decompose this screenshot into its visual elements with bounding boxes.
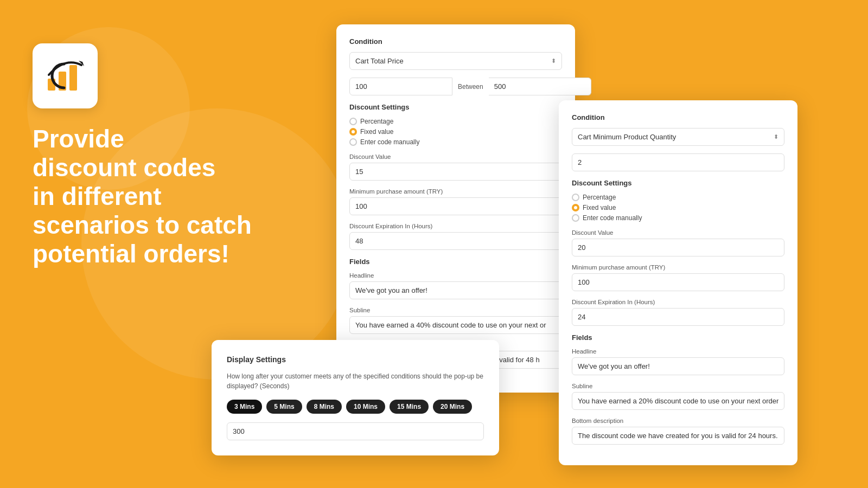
range-min-input-back[interactable] xyxy=(349,78,452,95)
dropdown-arrow-back: ⬍ xyxy=(551,57,556,65)
expiration-group-front: Discount Expiration In (Hours) xyxy=(572,299,784,326)
headline-group-front: Headline xyxy=(572,348,784,375)
discount-value-label-front: Discount Value xyxy=(572,229,784,236)
condition-select-group-front: Cart Minimum Product Quantity ⬍ xyxy=(572,128,784,146)
headline-group-back: Headline xyxy=(349,272,562,299)
subline-group-front: Subline xyxy=(572,383,784,410)
condition-dropdown-back[interactable]: Cart Total Price ⬍ xyxy=(349,52,562,70)
subline-form-label-back: Subline xyxy=(349,307,562,313)
time-btn-3min[interactable]: 3 Mins xyxy=(227,400,262,414)
min-purchase-group-front: Minimum purchase amount (TRY) xyxy=(572,264,784,291)
time-btn-20min[interactable]: 20 Mins xyxy=(433,400,472,414)
time-btn-8min[interactable]: 8 Mins xyxy=(307,400,342,414)
radio-fixed-front[interactable]: Fixed value xyxy=(572,204,784,211)
card-display-settings: Display Settings How long after your cus… xyxy=(212,340,499,455)
seconds-input[interactable] xyxy=(227,422,484,440)
radio-manual-circle-front xyxy=(572,214,579,222)
radio-percentage-label-front: Percentage xyxy=(583,194,616,201)
headline-line1: Provide xyxy=(33,125,124,153)
radio-percentage-label-back: Percentage xyxy=(360,118,393,125)
range-group-back: Between xyxy=(349,78,562,95)
radio-fixed-circle-front xyxy=(572,204,579,211)
radio-manual-front[interactable]: Enter code manually xyxy=(572,214,784,222)
subline-input-back[interactable] xyxy=(349,316,562,334)
expiration-label-back: Discount Expiration In (Hours) xyxy=(349,223,562,229)
expiration-input-back[interactable] xyxy=(349,232,562,250)
condition-value-input-front[interactable] xyxy=(572,153,784,171)
headline: Provide discount codes in different scen… xyxy=(33,125,252,268)
expiration-input-front[interactable] xyxy=(572,308,784,326)
condition-select-group-back: Cart Total Price ⬍ xyxy=(349,52,562,70)
min-purchase-label-back: Minimum purchase amount (TRY) xyxy=(349,188,562,195)
time-btn-5min[interactable]: 5 Mins xyxy=(266,400,302,414)
radio-manual-circle-back xyxy=(349,138,357,146)
fields-label-front: Fields xyxy=(572,333,784,342)
radio-manual-label-back: Enter code manually xyxy=(360,138,419,146)
bottom-desc-form-label-front: Bottom description xyxy=(572,418,784,424)
display-settings-desc: How long after your customer meets any o… xyxy=(227,371,484,391)
expiration-label-front: Discount Expiration In (Hours) xyxy=(572,299,784,305)
min-purchase-input-back[interactable] xyxy=(349,197,562,215)
range-row-back: Between xyxy=(349,78,562,95)
condition-value-group-front xyxy=(572,153,784,171)
expiration-group-back: Discount Expiration In (Hours) xyxy=(349,223,562,250)
time-btn-10min[interactable]: 10 Mins xyxy=(346,400,385,414)
left-section: Provide discount codes in different scen… xyxy=(33,43,252,268)
headline-line4: scenarios to catch xyxy=(33,211,252,239)
radio-fixed-label-back: Fixed value xyxy=(360,128,393,136)
headline-line2: discount codes xyxy=(33,153,215,182)
discount-value-group-back: Discount Value xyxy=(349,153,562,181)
radio-percentage-circle-front xyxy=(572,194,579,201)
display-settings-title: Display Settings xyxy=(227,355,484,364)
discount-radio-group-back: Percentage Fixed value Enter code manual… xyxy=(349,118,562,146)
condition-select-value-back: Cart Total Price xyxy=(355,57,404,65)
headline-line3: in different xyxy=(33,182,162,210)
between-label-back: Between xyxy=(452,83,489,91)
radio-manual-back[interactable]: Enter code manually xyxy=(349,138,562,146)
condition-select-value-front: Cart Minimum Product Quantity xyxy=(578,133,676,141)
logo-box xyxy=(33,43,98,108)
radio-percentage-front[interactable]: Percentage xyxy=(572,194,784,201)
subline-form-label-front: Subline xyxy=(572,383,784,389)
discount-value-group-front: Discount Value xyxy=(572,229,784,256)
headline-input-back[interactable] xyxy=(349,281,562,299)
discount-settings-label-back: Discount Settings xyxy=(349,103,562,111)
discount-radio-group-front: Percentage Fixed value Enter code manual… xyxy=(572,194,784,222)
headline-form-label-back: Headline xyxy=(349,272,562,279)
discount-settings-label-front: Discount Settings xyxy=(572,179,784,187)
headline-input-front[interactable] xyxy=(572,357,784,375)
range-max-input-back[interactable] xyxy=(489,78,591,95)
radio-fixed-circle-back xyxy=(349,128,357,136)
condition-dropdown-front[interactable]: Cart Minimum Product Quantity ⬍ xyxy=(572,128,784,146)
time-buttons-group: 3 Mins 5 Mins 8 Mins 10 Mins 15 Mins 20 … xyxy=(227,400,484,414)
bottom-desc-group-front: Bottom description xyxy=(572,418,784,445)
logo-icon xyxy=(43,54,87,98)
time-btn-15min[interactable]: 15 Mins xyxy=(390,400,429,414)
dropdown-arrow-front: ⬍ xyxy=(774,133,778,140)
min-purchase-label-front: Minimum purchase amount (TRY) xyxy=(572,264,784,271)
card-cart-min-qty: Condition Cart Minimum Product Quantity … xyxy=(559,100,797,465)
min-purchase-input-front[interactable] xyxy=(572,273,784,291)
min-purchase-group-back: Minimum purchase amount (TRY) xyxy=(349,188,562,215)
svg-rect-2 xyxy=(69,65,77,91)
discount-value-input-front[interactable] xyxy=(572,239,784,256)
headline-form-label-front: Headline xyxy=(572,348,784,355)
card-cart-total: Condition Cart Total Price ⬍ Between Dis… xyxy=(336,24,575,393)
headline-line5: potential orders! xyxy=(33,240,229,268)
radio-percentage-circle-back xyxy=(349,118,357,125)
radio-manual-label-front: Enter code manually xyxy=(583,214,642,222)
radio-percentage-back[interactable]: Percentage xyxy=(349,118,562,125)
subline-group-back: Subline xyxy=(349,307,562,334)
discount-value-label-back: Discount Value xyxy=(349,153,562,160)
fields-label-back: Fields xyxy=(349,258,562,266)
condition-label-back: Condition xyxy=(349,37,562,46)
condition-label-front: Condition xyxy=(572,113,784,121)
radio-fixed-back[interactable]: Fixed value xyxy=(349,128,562,136)
radio-fixed-label-front: Fixed value xyxy=(583,204,616,211)
bottom-desc-input-front[interactable] xyxy=(572,427,784,445)
discount-value-input-back[interactable] xyxy=(349,163,562,181)
subline-input-front[interactable] xyxy=(572,392,784,410)
